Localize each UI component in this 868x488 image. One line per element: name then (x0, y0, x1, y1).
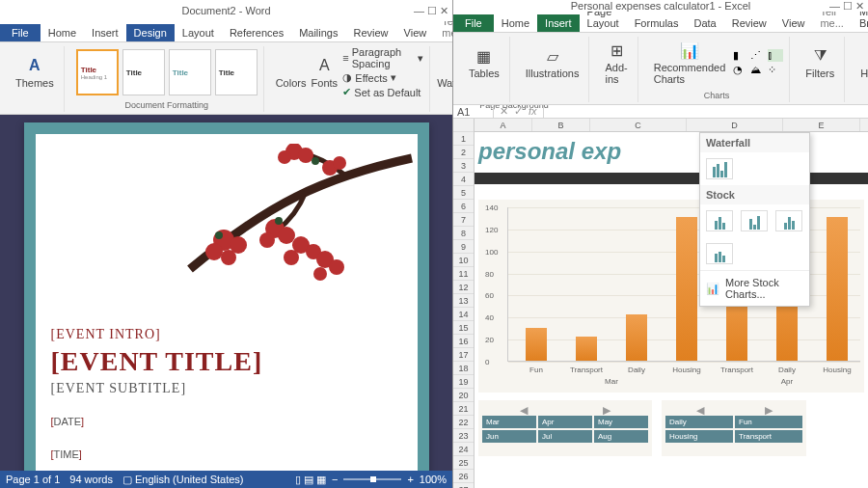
svg-point-11 (259, 232, 275, 248)
svg-point-8 (221, 250, 236, 265)
event-date[interactable]: [DATE] (51, 414, 263, 429)
excel-titlebar: Personal expenses calculator1 - Excel — … (453, 0, 868, 12)
tab-insert[interactable]: Insert (537, 14, 580, 32)
hyperlink-button[interactable]: 🔗Hyperlink (856, 44, 868, 81)
event-title[interactable]: [EVENT TITLE] (51, 346, 263, 377)
line-chart-icon[interactable]: ⋰ (750, 49, 766, 62)
style-set-4[interactable]: Title (215, 49, 258, 95)
stock-opt-1[interactable] (706, 210, 733, 231)
excel-title: Personal expenses calculator1 - Excel (571, 0, 750, 12)
tab-review[interactable]: Review (346, 24, 396, 41)
view-icons[interactable]: ▯ ▤ ▦ (295, 474, 326, 486)
excel-ribbon: ▦Tables ▱Illustrations ⊞Add-ins 📊Recomme… (453, 33, 868, 105)
stock-opt-3[interactable] (775, 210, 802, 231)
svg-point-18 (312, 157, 319, 165)
effects-button[interactable]: ◑ Effects ▾ (342, 71, 423, 84)
themes-icon: A (25, 56, 44, 75)
event-intro[interactable]: [EVENT INTRO] (51, 327, 263, 342)
window-controls[interactable]: — ☐ ✕ (414, 5, 448, 17)
tab-mailings[interactable]: Mailings (291, 24, 345, 41)
status-words[interactable]: 94 words (69, 474, 113, 485)
zoom-out[interactable]: − (332, 474, 338, 485)
event-subtitle[interactable]: [EVENT SUBTITLE] (51, 381, 263, 396)
more-stock-charts[interactable]: 📊More Stock Charts... (700, 270, 809, 306)
pie-chart-icon[interactable]: ◔ (733, 64, 748, 76)
svg-point-19 (275, 217, 283, 225)
image-icon: ▱ (543, 46, 562, 66)
event-time[interactable]: [TIME] (51, 447, 263, 462)
tab-review[interactable]: Review (724, 14, 774, 32)
zoom-pct[interactable]: 100% (420, 474, 447, 485)
tab-file[interactable]: File (453, 14, 494, 32)
word-tabstrip: File Home Insert Design Layout Reference… (0, 21, 452, 42)
svg-point-4 (333, 156, 346, 170)
cell-ref[interactable]: A1 (453, 106, 494, 118)
svg-point-1 (298, 148, 313, 163)
word-doc-area[interactable]: [EVENT INTRO] [EVENT TITLE] [EVENT SUBTI… (0, 115, 452, 471)
stock-opt-2[interactable] (741, 210, 768, 231)
tab-insert[interactable]: Insert (84, 24, 126, 41)
tab-formulas[interactable]: Formulas (627, 14, 687, 32)
svg-point-10 (278, 227, 295, 244)
tab-data[interactable]: Data (686, 14, 723, 32)
addin-icon: ⊞ (607, 41, 626, 60)
tab-home[interactable]: Home (41, 24, 84, 41)
tab-design[interactable]: Design (126, 24, 175, 41)
sheet-body[interactable]: personal exp Waterfall Stock 📊More Stock… (475, 132, 868, 488)
set-default-button[interactable]: ✔ Set as Default (342, 86, 423, 98)
area-chart-icon[interactable]: ⛰ (750, 64, 766, 76)
popup-waterfall: Waterfall (700, 133, 809, 152)
category-selector[interactable]: ◀▶ DailyFunHousingTransport (662, 400, 806, 456)
style-set-1[interactable]: TitleHeading 1 (76, 49, 119, 95)
colors-button[interactable]: Colors (276, 54, 307, 91)
zoom-slider[interactable] (343, 478, 401, 480)
word-ribbon: AThemes TitleHeading 1 Title Title Title… (0, 42, 452, 115)
svg-point-20 (215, 231, 223, 239)
tab-file[interactable]: File (0, 24, 41, 41)
event-text[interactable]: [EVENT INTRO] [EVENT TITLE] [EVENT SUBTI… (51, 327, 263, 462)
col-headers[interactable]: A B C D E (475, 119, 868, 132)
svg-point-16 (329, 259, 344, 275)
table-icon: ▦ (475, 46, 494, 66)
fonts-icon: A (314, 56, 334, 75)
style-set-2[interactable]: Title (122, 49, 165, 95)
status-page[interactable]: Page 1 of 1 (6, 474, 60, 485)
word-page: [EVENT INTRO] [EVENT TITLE] [EVENT SUBTI… (24, 122, 429, 471)
filter-icon: ⧩ (810, 46, 829, 66)
waterfall-option[interactable] (706, 158, 733, 179)
tab-layout[interactable]: Layout (175, 24, 222, 41)
tab-view[interactable]: View (396, 24, 435, 41)
zoom-in[interactable]: + (407, 474, 413, 485)
style-set-3[interactable]: Title (169, 49, 211, 95)
illustrations-button[interactable]: ▱Illustrations (522, 44, 583, 81)
fb-buttons[interactable]: ✕✓fx (494, 105, 544, 118)
window-controls[interactable]: — ☐ ✕ (829, 0, 864, 13)
tab-view[interactable]: View (774, 14, 813, 32)
waterfall-chart-icon[interactable]: ⫿ (768, 49, 783, 62)
chart-icon: 📊 (680, 41, 699, 60)
formula-bar: A1 ✕✓fx (453, 105, 868, 119)
bar-chart-icon[interactable]: ▮ (733, 49, 748, 62)
tab-references[interactable]: References (222, 24, 291, 41)
status-lang[interactable]: ▢ English (United States) (122, 474, 244, 486)
workbook-title: personal exp (478, 138, 621, 165)
para-spacing-button[interactable]: ≡ Paragraph Spacing ▾ (342, 46, 423, 69)
svg-point-7 (205, 243, 223, 260)
tab-home[interactable]: Home (494, 14, 537, 32)
chart-types[interactable]: ▮⋰⫿ ◔⛰⁘ (733, 49, 783, 76)
word-statusbar: Page 1 of 1 94 words ▢ English (United S… (0, 471, 452, 488)
rec-charts-button[interactable]: 📊Recommended Charts (650, 39, 730, 87)
month-selector[interactable]: ◀▶ MarAprMayJunJulAug (478, 400, 652, 456)
filters-button[interactable]: ⧩Filters (801, 44, 838, 81)
sheet-area[interactable]: 1234567891011121314151617181920212223242… (453, 119, 868, 488)
svg-point-2 (278, 150, 291, 164)
group-charts: Charts (704, 91, 730, 100)
themes-button[interactable]: AThemes (12, 54, 58, 91)
addins-button[interactable]: ⊞Add-ins (601, 39, 631, 87)
scatter-chart-icon[interactable]: ⁘ (768, 64, 783, 76)
row-headers[interactable]: 1234567891011121314151617181920212223242… (453, 119, 475, 488)
tables-button[interactable]: ▦Tables (465, 44, 503, 81)
stock-opt-4[interactable] (706, 243, 733, 264)
fonts-button[interactable]: AFonts (310, 54, 339, 91)
popup-stock: Stock (700, 185, 809, 204)
